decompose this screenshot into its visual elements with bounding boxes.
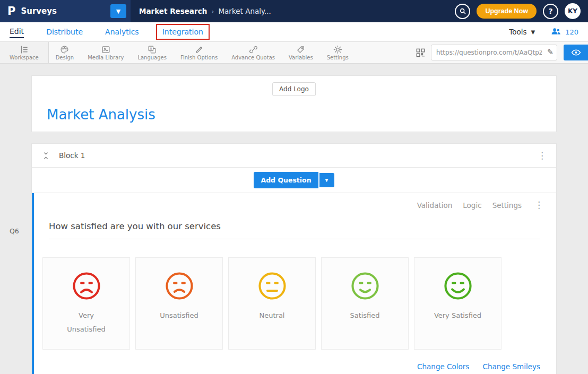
translate-icon: A: [148, 45, 157, 54]
frown-deep-icon: [71, 271, 102, 301]
toolbar-item-design[interactable]: Design: [49, 42, 81, 63]
breadcrumb-parent[interactable]: Market Research: [139, 7, 207, 15]
search-icon[interactable]: [455, 4, 470, 19]
option-label: Very Satisfied: [434, 309, 481, 323]
validation-link[interactable]: Validation: [417, 201, 453, 210]
toolbar-item-variables[interactable]: Variables: [282, 42, 320, 63]
block-card: Block 1 ⋮ Add Question ▼ Q6 Validation L…: [31, 143, 557, 374]
product-switcher[interactable]: P Surveys ▼: [0, 0, 131, 22]
neutral-face-icon: [257, 271, 288, 301]
survey-title[interactable]: Market Analysis: [47, 107, 155, 123]
tab-integration[interactable]: Integration: [156, 24, 210, 40]
tools-caret-icon[interactable]: ▼: [531, 29, 535, 35]
collapse-block-icon[interactable]: [42, 152, 49, 160]
frown-icon: [164, 271, 195, 301]
app-name: Surveys: [21, 6, 110, 16]
question-menu-icon[interactable]: ⋮: [534, 201, 543, 210]
option-label: Very Unsatisfied: [59, 309, 114, 336]
add-question-caret-icon[interactable]: ▼: [319, 173, 334, 187]
option-label: Unsatisfied: [160, 309, 198, 323]
tab-analytics[interactable]: Analytics: [105, 26, 139, 38]
survey-url-input[interactable]: [431, 45, 557, 60]
tab-edit[interactable]: Edit: [10, 25, 24, 38]
palette-icon: [60, 45, 69, 54]
section-tabs: Edit Distribute Analytics Integration To…: [0, 22, 588, 42]
gear-icon: [333, 45, 342, 54]
survey-url-field: ✎: [431, 45, 557, 60]
questionpro-logo: P: [7, 5, 15, 18]
breadcrumb-current[interactable]: Market Analy...: [218, 7, 271, 15]
top-header: P Surveys ▼ Market Research › Market Ana…: [0, 0, 588, 22]
option-very-satisfied[interactable]: Very Satisfied: [414, 257, 501, 350]
change-colors-link[interactable]: Change Colors: [417, 362, 469, 371]
toolbar-item-finish-options[interactable]: Finish Options: [174, 42, 224, 63]
toolbar-item-languages[interactable]: A Languages: [131, 42, 174, 63]
help-button[interactable]: ?: [543, 4, 558, 19]
header-actions: Upgrade Now ? KY: [455, 3, 588, 19]
option-satisfied[interactable]: Satisfied: [321, 257, 409, 350]
question-id: Q6: [10, 227, 19, 235]
option-neutral[interactable]: Neutral: [228, 257, 316, 350]
change-smileys-link[interactable]: Change Smileys: [482, 362, 540, 371]
survey-toolbar: Workspace Design Media Library A Languag…: [0, 42, 588, 64]
workspace-icon: [20, 45, 29, 54]
user-avatar[interactable]: KY: [565, 3, 581, 19]
toolbar-item-media-library[interactable]: Media Library: [81, 42, 131, 63]
collaborators-icon[interactable]: [551, 27, 561, 37]
qr-code-icon[interactable]: [416, 48, 426, 58]
collaborator-count: 120: [565, 28, 578, 36]
settings-link[interactable]: Settings: [492, 201, 522, 210]
add-question-row: Add Question ▼: [32, 168, 556, 193]
block-header: Block 1 ⋮: [32, 144, 556, 168]
tab-distribute[interactable]: Distribute: [46, 26, 83, 38]
survey-editor-canvas: Add Logo Market Analysis Block 1 ⋮ Add Q…: [0, 64, 588, 374]
link-icon: [249, 45, 258, 54]
edit-url-icon[interactable]: ✎: [547, 48, 554, 56]
image-icon: [101, 45, 110, 54]
option-label: Neutral: [260, 309, 285, 323]
question-text[interactable]: How satisfied are you with our services: [49, 221, 540, 239]
question-footer: Change Colors Change Smileys: [34, 361, 540, 371]
tabnav-right: Tools ▼ 120: [509, 27, 578, 37]
toolbar-item-advance-quotas[interactable]: Advance Quotas: [224, 42, 282, 63]
smile-big-icon: [443, 271, 473, 301]
svg-text:A: A: [150, 47, 152, 51]
question-actions: Validation Logic Settings ⋮: [34, 201, 556, 210]
smile-icon: [350, 271, 381, 301]
tools-menu[interactable]: Tools: [509, 28, 526, 36]
pen-icon: [195, 45, 204, 54]
block-title: Block 1: [59, 151, 85, 160]
tag-icon: [296, 45, 305, 54]
option-very-unsatisfied[interactable]: Very Unsatisfied: [42, 257, 130, 350]
upgrade-now-button[interactable]: Upgrade Now: [477, 4, 537, 19]
smiley-options: Very Unsatisfied Unsatisfied: [42, 257, 556, 350]
product-switcher-caret-icon[interactable]: ▼: [110, 4, 126, 18]
add-logo-button[interactable]: Add Logo: [272, 82, 316, 96]
toolbar-item-workspace[interactable]: Workspace: [0, 42, 49, 63]
survey-header-card: Add Logo Market Analysis: [31, 75, 557, 132]
toolbar-right: ✎: [416, 42, 588, 63]
breadcrumb: Market Research › Market Analy...: [139, 7, 455, 15]
option-unsatisfied[interactable]: Unsatisfied: [135, 257, 223, 350]
breadcrumb-separator: ›: [211, 7, 214, 15]
toolbar-item-settings[interactable]: Settings: [320, 42, 356, 63]
logic-link[interactable]: Logic: [463, 201, 481, 210]
question-card: Q6 Validation Logic Settings ⋮ How satis…: [32, 193, 556, 374]
add-question-button[interactable]: Add Question: [254, 172, 318, 188]
option-label: Satisfied: [350, 309, 379, 323]
preview-button[interactable]: [564, 45, 588, 60]
block-menu-icon[interactable]: ⋮: [538, 151, 547, 160]
